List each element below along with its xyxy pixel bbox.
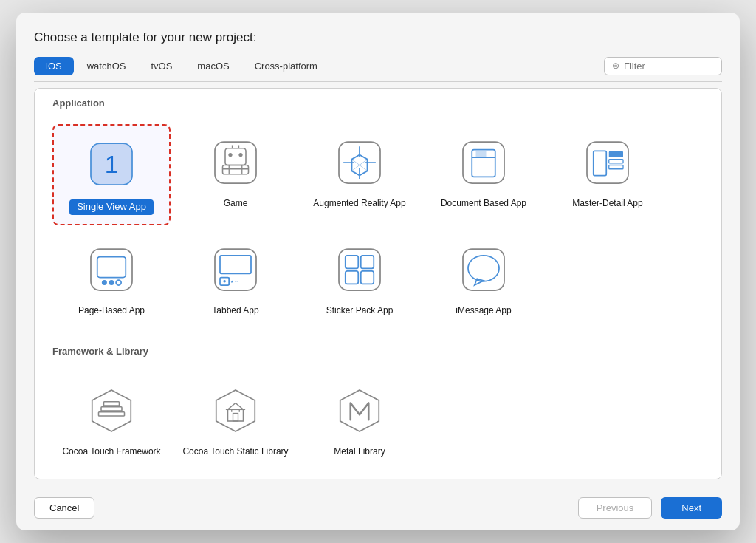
template-sticker-pack[interactable]: Sticker Pack App xyxy=(300,231,419,326)
svg-rect-27 xyxy=(609,160,623,163)
filter-input[interactable] xyxy=(624,61,714,72)
svg-rect-28 xyxy=(609,165,623,168)
svg-line-55 xyxy=(228,403,236,410)
cocoa-framework-label: Cocoa Touch Framework xyxy=(62,446,160,458)
master-detail-label: Master-Detail App xyxy=(572,198,642,210)
svg-rect-43 xyxy=(361,256,374,269)
filter-icon: ⊜ xyxy=(612,61,619,71)
ar-label: Augmented Reality App xyxy=(313,198,405,210)
svg-rect-41 xyxy=(339,249,380,290)
single-view-icon: 1 xyxy=(82,134,141,194)
dialog-header: Choose a template for your new project: … xyxy=(16,13,740,82)
single-view-label: Single View App xyxy=(69,199,154,215)
section-framework-label: Framework & Library xyxy=(52,337,704,363)
svg-rect-35 xyxy=(220,256,251,274)
svg-rect-42 xyxy=(346,256,359,269)
game-icon xyxy=(206,133,265,192)
tabbed-label: Tabbed App xyxy=(212,305,258,317)
metal-label: Metal Library xyxy=(334,446,385,458)
tabs: iOS watchOS tvOS macOS Cross-platform xyxy=(34,57,329,75)
framework-grid: Cocoa Touch Framework xyxy=(52,372,704,479)
svg-rect-58 xyxy=(233,414,238,422)
svg-rect-6 xyxy=(223,165,249,174)
dialog-footer: Cancel Previous Next xyxy=(16,485,740,530)
nav-buttons: Previous Next xyxy=(578,497,722,519)
svg-rect-51 xyxy=(99,412,125,416)
tab-macos[interactable]: macOS xyxy=(185,57,241,75)
cocoa-framework-icon xyxy=(82,381,141,440)
sticker-pack-icon xyxy=(330,240,389,299)
dialog-title: Choose a template for your new project: xyxy=(34,30,722,45)
template-page-based[interactable]: Page-Based App xyxy=(52,231,171,326)
document-icon xyxy=(454,133,513,192)
svg-text:★ ···: ★ ··· xyxy=(230,279,238,283)
svg-point-4 xyxy=(228,153,232,157)
template-master-detail[interactable]: Master-Detail App xyxy=(549,124,667,225)
cocoa-static-icon xyxy=(206,381,265,440)
template-document[interactable]: Document Based App xyxy=(425,124,543,225)
template-tabbed[interactable]: ★ ··· Tabbed App xyxy=(176,231,295,326)
template-game[interactable]: Game xyxy=(176,124,295,225)
template-ar[interactable]: Augmented Reality App xyxy=(300,124,419,225)
svg-marker-53 xyxy=(216,390,255,431)
svg-point-5 xyxy=(238,153,242,157)
tab-crossplatform[interactable]: Cross-platform xyxy=(243,57,329,75)
svg-rect-25 xyxy=(594,151,607,175)
cocoa-static-label: Cocoa Touch Static Library xyxy=(182,446,288,458)
sticker-pack-label: Sticker Pack App xyxy=(326,305,394,317)
svg-point-32 xyxy=(109,280,114,285)
svg-point-47 xyxy=(468,256,499,281)
svg-rect-52 xyxy=(104,402,120,406)
tab-tvos[interactable]: tvOS xyxy=(139,57,184,75)
template-single-view[interactable]: 1 Single View App xyxy=(52,124,171,225)
svg-point-31 xyxy=(102,280,107,285)
page-based-icon xyxy=(82,240,141,299)
application-grid: 1 Single View App xyxy=(52,124,704,337)
content-area: Application 1 Single View App xyxy=(34,88,722,479)
template-metal[interactable]: Metal Library xyxy=(300,372,419,467)
svg-marker-61 xyxy=(340,390,379,431)
template-imessage[interactable]: iMessage App xyxy=(425,231,543,326)
tab-watchos[interactable]: watchOS xyxy=(75,57,138,75)
dialog: Choose a template for your new project: … xyxy=(16,13,740,530)
imessage-icon xyxy=(454,240,513,299)
svg-rect-23 xyxy=(476,151,487,157)
svg-rect-54 xyxy=(228,410,244,422)
svg-rect-45 xyxy=(361,271,374,284)
svg-rect-30 xyxy=(97,256,126,277)
tabbed-icon: ★ ··· xyxy=(206,240,265,299)
tab-bar: iOS watchOS tvOS macOS Cross-platform ⊜ xyxy=(34,57,722,82)
template-cocoa-framework[interactable]: Cocoa Touch Framework xyxy=(52,372,171,467)
svg-rect-50 xyxy=(101,407,122,411)
svg-rect-26 xyxy=(609,151,623,157)
page-based-label: Page-Based App xyxy=(78,305,145,317)
cancel-button[interactable]: Cancel xyxy=(34,497,94,519)
tab-ios[interactable]: iOS xyxy=(34,57,74,75)
section-application-label: Application xyxy=(52,89,704,115)
game-label: Game xyxy=(224,198,248,210)
svg-rect-44 xyxy=(346,271,359,284)
metal-icon xyxy=(330,381,389,440)
filter-box[interactable]: ⊜ xyxy=(604,57,722,75)
previous-button[interactable]: Previous xyxy=(578,497,653,519)
ar-icon xyxy=(330,133,389,192)
svg-rect-3 xyxy=(225,148,246,165)
svg-line-56 xyxy=(236,403,244,410)
svg-text:1: 1 xyxy=(105,151,119,178)
master-detail-icon xyxy=(578,133,637,192)
svg-point-33 xyxy=(116,280,121,285)
template-cocoa-static[interactable]: Cocoa Touch Static Library xyxy=(176,372,295,467)
next-button[interactable]: Next xyxy=(661,497,722,519)
imessage-label: iMessage App xyxy=(456,305,511,317)
document-label: Document Based App xyxy=(441,198,526,210)
svg-point-39 xyxy=(223,280,226,283)
